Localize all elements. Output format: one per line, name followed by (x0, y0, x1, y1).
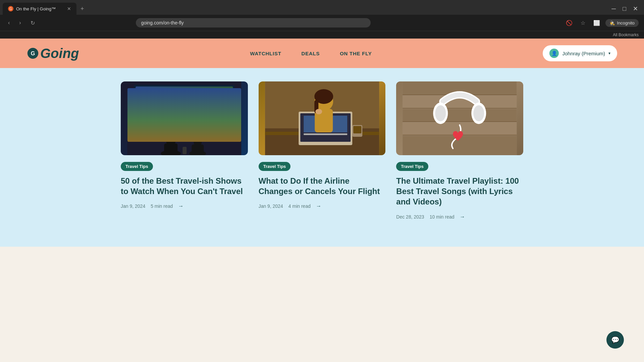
article-image-1 (121, 81, 248, 155)
main-content: Travel Tips 50 of the Best Travel-ish Sh… (0, 68, 644, 247)
article-readtime-3: 10 min read (430, 214, 454, 220)
article-image-2 (259, 81, 386, 155)
user-menu-button[interactable]: 👤 Johnray (Premium) ▾ (543, 45, 617, 61)
laptop-scene-illustration (259, 81, 386, 155)
svg-rect-2 (127, 81, 241, 155)
chevron-down-icon: ▾ (608, 51, 610, 56)
logo-icon: G (27, 47, 39, 59)
back-button[interactable]: ‹ (5, 18, 12, 27)
browser-chrome: G On the Fly | Going™ ✕ + ─ □ ✕ ‹ › ↻ go… (0, 0, 644, 39)
footer-area (0, 247, 644, 314)
device-button[interactable]: ⬜ (591, 18, 603, 27)
article-title-2: What to Do If the Airline Changes or Can… (259, 176, 386, 196)
read-more-arrow-3[interactable]: → (460, 214, 465, 220)
tab-favicon: G (8, 6, 13, 11)
svg-rect-32 (403, 109, 517, 122)
user-name-display: Johnray (Premium) (562, 51, 605, 56)
incognito-icon: 🕵️ (609, 20, 615, 25)
logo[interactable]: G Going (27, 46, 79, 61)
chat-icon: 💬 (611, 336, 620, 344)
category-badge-3: Travel Tips (396, 162, 428, 171)
watchlist-link[interactable]: WATCHLIST (250, 51, 281, 56)
incognito-button[interactable]: 🕵️ Incognito (605, 19, 639, 27)
new-tab-button[interactable]: + (78, 4, 87, 14)
maximize-button[interactable]: □ (619, 4, 630, 14)
article-card-2[interactable]: Travel Tips What to Do If the Airline Ch… (259, 81, 386, 220)
camera-off-button[interactable]: 🚫 (563, 18, 575, 27)
reload-button[interactable]: ↻ (28, 18, 38, 27)
read-more-arrow-1[interactable]: → (178, 203, 183, 209)
article-meta-1: Jan 9, 2024 5 min read → (121, 203, 248, 209)
read-more-arrow-2[interactable]: → (316, 203, 321, 209)
nav-links: WATCHLIST DEALS ON THE FLY (250, 51, 372, 56)
svg-point-42 (474, 105, 484, 121)
minimize-button[interactable]: ─ (608, 4, 619, 14)
logo-text: Going (40, 46, 79, 61)
articles-grid: Travel Tips 50 of the Best Travel-ish Sh… (121, 81, 523, 220)
address-bar[interactable]: going.com/on-the-fly (136, 18, 371, 27)
active-tab[interactable]: G On the Fly | Going™ ✕ (3, 3, 76, 15)
article-readtime-2: 4 min read (288, 203, 311, 209)
article-readtime-1: 5 min read (151, 203, 173, 209)
article-image-3 (396, 81, 523, 155)
bookmarks-label: All Bookmarks (613, 33, 639, 37)
incognito-label: Incognito (617, 20, 635, 25)
svg-point-40 (435, 105, 446, 121)
svg-point-28 (315, 109, 322, 114)
svg-rect-4 (136, 86, 233, 140)
article-meta-3: Dec 28, 2023 10 min read → (396, 214, 523, 220)
deals-link[interactable]: DEALS (302, 51, 320, 56)
forward-button[interactable]: › (16, 18, 23, 27)
headphones-scene-illustration (396, 81, 523, 155)
article-date-2: Jan 9, 2024 (259, 203, 283, 209)
article-title-3: The Ultimate Travel Playlist: 100 Best T… (396, 176, 523, 207)
svg-point-8 (166, 136, 175, 146)
article-date-1: Jan 9, 2024 (121, 203, 145, 209)
article-card-3[interactable]: Travel Tips The Ultimate Travel Playlist… (396, 81, 523, 220)
article-meta-2: Jan 9, 2024 4 min read → (259, 203, 386, 209)
window-controls: ─ □ ✕ (608, 4, 644, 14)
svg-rect-5 (136, 86, 233, 140)
url-display: going.com/on-the-fly (141, 20, 184, 25)
bookmarks-bar: All Bookmarks (0, 31, 644, 39)
user-avatar: 👤 (549, 49, 559, 58)
svg-rect-12 (182, 147, 186, 154)
category-badge-2: Travel Tips (259, 162, 291, 171)
navbar: G Going WATCHLIST DEALS ON THE FLY 👤 Joh… (0, 39, 644, 68)
bookmark-button[interactable]: ☆ (578, 18, 588, 27)
article-card-1[interactable]: Travel Tips 50 of the Best Travel-ish Sh… (121, 81, 248, 220)
close-button[interactable]: ✕ (630, 4, 641, 14)
article-title-1: 50 of the Best Travel-ish Shows to Watch… (121, 176, 248, 196)
tab-title: On the Fly | Going™ (16, 6, 64, 11)
toolbar-actions: 🚫 ☆ ⬜ 🕵️ Incognito (563, 18, 639, 27)
chat-button[interactable]: 💬 (606, 331, 624, 349)
svg-point-11 (194, 138, 202, 146)
svg-text:G: G (31, 50, 35, 56)
tab-bar: G On the Fly | Going™ ✕ + ─ □ ✕ (0, 0, 644, 15)
browser-toolbar: ‹ › ↻ going.com/on-the-fly 🚫 ☆ ⬜ 🕵️ Inco… (0, 15, 644, 31)
on-the-fly-link[interactable]: ON THE FLY (340, 51, 372, 56)
svg-rect-21 (304, 133, 347, 135)
avatar-icon: 👤 (551, 51, 557, 56)
svg-rect-3 (134, 85, 234, 142)
svg-rect-23 (353, 126, 361, 133)
site: G Going WATCHLIST DEALS ON THE FLY 👤 Joh… (0, 39, 644, 314)
article-date-3: Dec 28, 2023 (396, 214, 424, 220)
tv-scene-illustration (121, 81, 248, 155)
category-badge-1: Travel Tips (121, 162, 153, 171)
tab-close-button[interactable]: ✕ (67, 6, 71, 11)
